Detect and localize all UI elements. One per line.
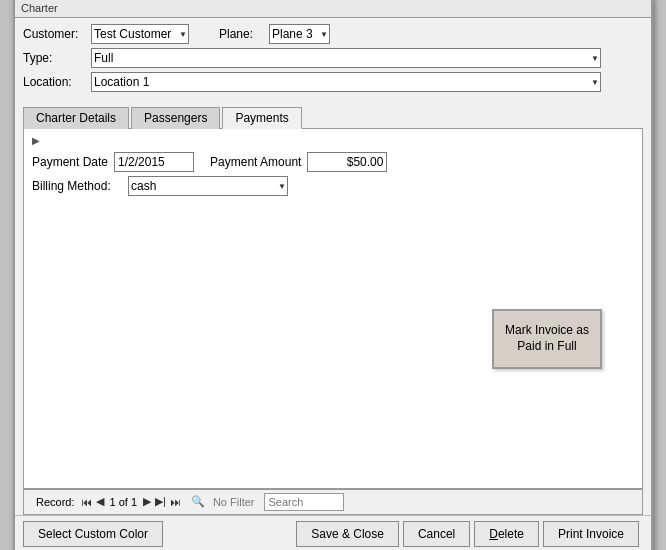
tab-passengers[interactable]: Passengers <box>131 107 220 129</box>
location-select-wrapper: Location 1 <box>91 72 601 92</box>
nav-end-button[interactable]: ⏭ <box>168 496 183 508</box>
delete-button[interactable]: Delete <box>474 521 539 547</box>
record-icon-row: ▶ <box>32 135 634 146</box>
nav-prev-button[interactable]: ◀ <box>94 495 106 508</box>
customer-row: Customer: Test Customer Plane: Plane 3 <box>23 24 643 44</box>
billing-method-row: Billing Method: cash check credit card <box>32 176 634 196</box>
cancel-button[interactable]: Cancel <box>403 521 470 547</box>
tab-charter-details[interactable]: Charter Details <box>23 107 129 129</box>
title-bar: Charter <box>15 0 651 18</box>
plane-select[interactable]: Plane 3 <box>269 24 330 44</box>
billing-method-label: Billing Method: <box>32 179 122 193</box>
location-row: Location: Location 1 <box>23 72 643 92</box>
type-select[interactable]: Full <box>91 48 601 68</box>
type-select-wrapper: Full <box>91 48 601 68</box>
location-select[interactable]: Location 1 <box>91 72 601 92</box>
bottom-toolbar: Select Custom Color Save & Close Cancel … <box>15 515 651 551</box>
customer-label: Customer: <box>23 27 91 41</box>
payment-amount-input[interactable] <box>307 152 387 172</box>
tab-payments[interactable]: Payments <box>222 107 301 129</box>
record-label: Record: <box>36 496 75 508</box>
mark-invoice-button[interactable]: Mark Invoice as Paid in Full <box>492 309 602 369</box>
payment-date-label: Payment Date <box>32 155 108 169</box>
window-title: Charter <box>21 2 58 14</box>
delete-label-text: elete <box>498 527 524 541</box>
tabs-bar: Charter Details Passengers Payments <box>23 106 643 129</box>
nav-page-info: 1 of 1 <box>110 496 138 508</box>
save-close-button[interactable]: Save & Close <box>296 521 399 547</box>
nav-next-button[interactable]: ▶ <box>141 495 153 508</box>
payments-tab-content: ▶ Payment Date Payment Amount Billing Me… <box>23 129 643 489</box>
location-label: Location: <box>23 75 91 89</box>
plane-label: Plane: <box>219 27 269 41</box>
nav-bar: Record: ⏮ ◀ 1 of 1 ▶ ▶| ⏭ 🔍 No Filter <box>23 489 643 515</box>
type-row: Type: Full <box>23 48 643 68</box>
nav-first-button[interactable]: ⏮ <box>79 496 94 508</box>
print-invoice-button[interactable]: Print Invoice <box>543 521 639 547</box>
billing-method-select[interactable]: cash check credit card <box>128 176 288 196</box>
record-marker-icon: ▶ <box>32 135 40 146</box>
customer-select[interactable]: Test Customer <box>91 24 189 44</box>
nav-filter-label: No Filter <box>213 496 255 508</box>
form-area: Customer: Test Customer Plane: Plane 3 T… <box>15 18 651 100</box>
payment-date-amount-row: Payment Date Payment Amount <box>32 152 634 172</box>
nav-search-input[interactable] <box>264 493 344 511</box>
nav-filter-icon: 🔍 <box>191 495 205 508</box>
billing-select-wrapper: cash check credit card <box>128 176 288 196</box>
nav-last-button[interactable]: ▶| <box>153 495 168 508</box>
payment-date-input[interactable] <box>114 152 194 172</box>
type-label: Type: <box>23 51 91 65</box>
charter-window: Charter Customer: Test Customer Plane: P… <box>13 0 653 550</box>
customer-select-wrapper: Test Customer <box>91 24 189 44</box>
select-custom-color-button[interactable]: Select Custom Color <box>23 521 163 547</box>
payment-amount-label: Payment Amount <box>210 155 301 169</box>
plane-select-wrapper: Plane 3 <box>269 24 330 44</box>
